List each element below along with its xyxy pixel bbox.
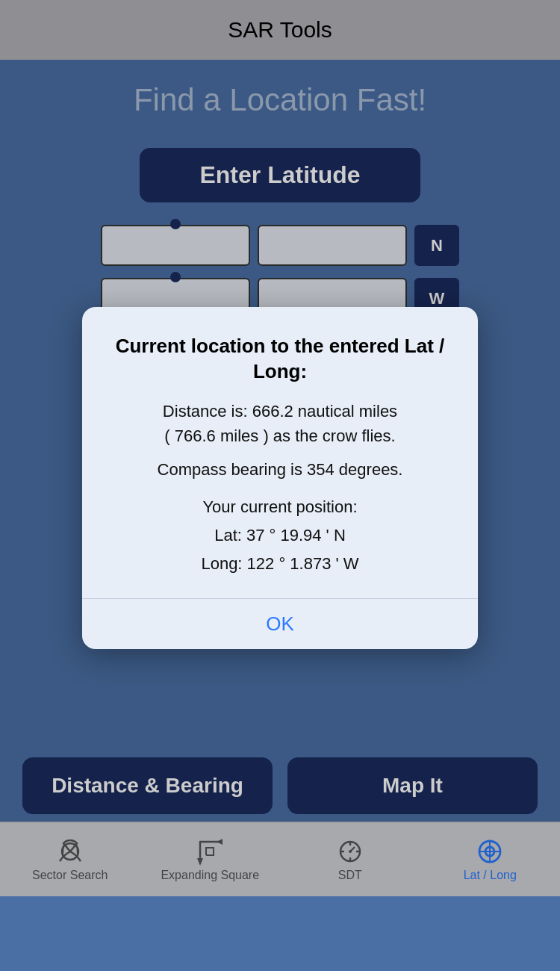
modal-distance: Distance is: 666.2 nautical miles ( 766.… bbox=[112, 399, 448, 448]
distance-line-2: ( 766.6 miles ) as the crow flies. bbox=[164, 426, 395, 445]
modal-bearing: Compass bearing is 354 degrees. bbox=[112, 460, 448, 480]
modal-long: Long: 122 ° 1.873 ' W bbox=[201, 554, 358, 573]
modal-position-coords: Lat: 37 ° 19.94 ' N Long: 122 ° 1.873 ' … bbox=[112, 521, 448, 577]
modal-position-label: Your current position: bbox=[112, 497, 448, 517]
result-modal: Current location to the entered Lat / Lo… bbox=[82, 307, 478, 649]
modal-body: Current location to the entered Lat / Lo… bbox=[82, 307, 478, 598]
main-content: Find a Location Fast! Enter Latitude N W… bbox=[0, 60, 560, 896]
title-bar: SAR Tools bbox=[0, 0, 560, 60]
modal-footer: OK bbox=[82, 599, 478, 649]
modal-ok-button[interactable]: OK bbox=[96, 612, 464, 636]
modal-title: Current location to the entered Lat / Lo… bbox=[112, 334, 448, 385]
distance-line-1: Distance is: 666.2 nautical miles bbox=[163, 402, 397, 421]
modal-lat: Lat: 37 ° 19.94 ' N bbox=[214, 526, 346, 545]
app-title: SAR Tools bbox=[228, 17, 332, 43]
modal-overlay: Current location to the entered Lat / Lo… bbox=[0, 60, 560, 896]
